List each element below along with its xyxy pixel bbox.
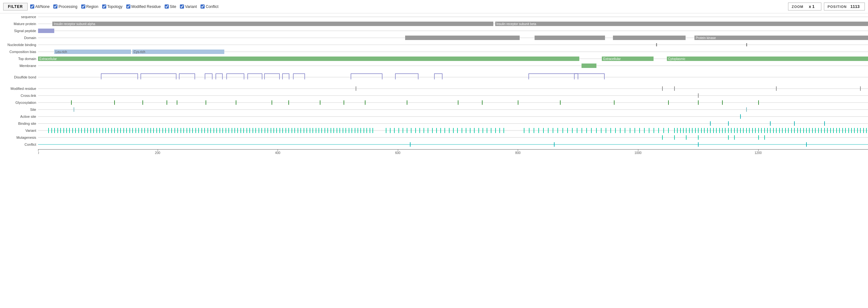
- tick: [390, 128, 391, 133]
- tick: [725, 128, 725, 133]
- tick: [767, 128, 768, 133]
- tick: [737, 128, 738, 133]
- checkbox-cb-all[interactable]: All/None: [30, 4, 50, 9]
- checkbox-cb-conflict[interactable]: Conflict: [200, 4, 218, 9]
- conflict-line: [38, 144, 868, 145]
- tick: [615, 128, 616, 133]
- tick: [272, 100, 272, 105]
- row-label-sequence: sequence: [0, 13, 38, 20]
- tick: [625, 128, 625, 133]
- row-label-nucleotide-binding: Nucleotide binding: [0, 41, 38, 48]
- checkbox-input-cb-variant[interactable]: [180, 4, 184, 8]
- axis-label-1200: 1200: [754, 151, 762, 155]
- tick: [316, 128, 316, 133]
- checkbox-cb-processing[interactable]: Processing: [53, 4, 77, 9]
- tick: [851, 128, 852, 133]
- tick: [548, 128, 549, 133]
- tick: [634, 128, 635, 133]
- tick: [129, 128, 130, 133]
- tick: [148, 128, 148, 133]
- checkbox-cb-region[interactable]: Region: [81, 4, 98, 9]
- tick: [386, 128, 386, 133]
- tick: [265, 128, 265, 133]
- row-label-top-domain: Top domain: [0, 55, 38, 62]
- tick: [399, 128, 399, 133]
- tick: [66, 128, 67, 133]
- tick: [839, 128, 840, 133]
- tick: [466, 128, 466, 133]
- tick: [845, 128, 846, 133]
- zoom-value: x 1: [805, 4, 818, 9]
- tick: [764, 128, 765, 133]
- tick: [812, 128, 813, 133]
- row-label-domain: Domain: [0, 34, 38, 41]
- tick: [183, 128, 184, 133]
- tick: [225, 128, 226, 133]
- bar-insulin-receptor-subunit-beta: Insulin receptor subunit beta: [495, 22, 868, 26]
- tick: [630, 128, 630, 133]
- tick: [553, 128, 553, 133]
- checkbox-cb-variant[interactable]: Variant: [180, 4, 197, 9]
- checkbox-cb-modres[interactable]: Modified Residue: [126, 4, 161, 9]
- tick: [123, 128, 124, 133]
- checkbox-input-cb-region[interactable]: [81, 4, 85, 8]
- tick: [860, 86, 861, 91]
- tick: [758, 128, 759, 133]
- checkbox-input-cb-modres[interactable]: [126, 4, 130, 8]
- tick: [677, 128, 678, 133]
- bar-extracellular: Extracellular: [602, 57, 654, 61]
- tick: [166, 100, 167, 105]
- tick: [710, 121, 711, 126]
- tick: [857, 128, 858, 133]
- tick: [410, 142, 410, 147]
- tick: [345, 128, 346, 133]
- tick: [394, 128, 395, 133]
- tick: [755, 128, 756, 133]
- tick: [96, 128, 97, 133]
- bar-protein-kinase: Protein kinase: [694, 35, 868, 40]
- tick: [692, 128, 692, 133]
- tick: [824, 128, 825, 133]
- tick: [830, 128, 831, 133]
- bar-cytoplasmic: Cytoplasmic: [667, 57, 868, 61]
- tick: [572, 128, 572, 133]
- tick: [365, 100, 366, 105]
- tick: [343, 128, 343, 133]
- tick: [276, 128, 277, 133]
- checkbox-input-cb-topology[interactable]: [102, 4, 106, 8]
- row-label-cross-link: Cross-link: [0, 92, 38, 99]
- tick: [407, 128, 407, 133]
- tick: [848, 128, 849, 133]
- tick: [614, 100, 615, 105]
- row-label-composition-bias: Composition bias: [0, 48, 38, 55]
- row-label-mutagenesis: Mutagenesis: [0, 134, 38, 141]
- checkbox-cb-site[interactable]: Site: [165, 4, 176, 9]
- bar-leu-rich: Leu-rich: [54, 50, 131, 54]
- tick: [863, 128, 864, 133]
- tick: [189, 128, 190, 133]
- tick: [344, 100, 344, 105]
- tick: [779, 128, 780, 133]
- tick: [674, 135, 675, 140]
- tick: [268, 128, 268, 133]
- checkbox-input-cb-all[interactable]: [30, 4, 34, 8]
- bar-gray: [534, 35, 605, 40]
- tick: [644, 128, 645, 133]
- tick: [175, 128, 175, 133]
- tick: [208, 128, 208, 133]
- tick: [649, 128, 649, 133]
- tick: [216, 128, 217, 133]
- checkbox-input-cb-site[interactable]: [165, 4, 169, 8]
- tick: [503, 128, 504, 133]
- checkbox-input-cb-processing[interactable]: [53, 4, 57, 8]
- tick: [156, 128, 157, 133]
- tick: [159, 128, 160, 133]
- filter-button[interactable]: FILTER: [3, 3, 28, 10]
- tick: [610, 128, 611, 133]
- checkbox-input-cb-conflict[interactable]: [200, 4, 205, 8]
- tick: [761, 128, 762, 133]
- tick: [791, 128, 792, 133]
- checkbox-cb-topology[interactable]: Topology: [102, 4, 122, 9]
- tick: [776, 128, 777, 133]
- tick: [69, 128, 70, 133]
